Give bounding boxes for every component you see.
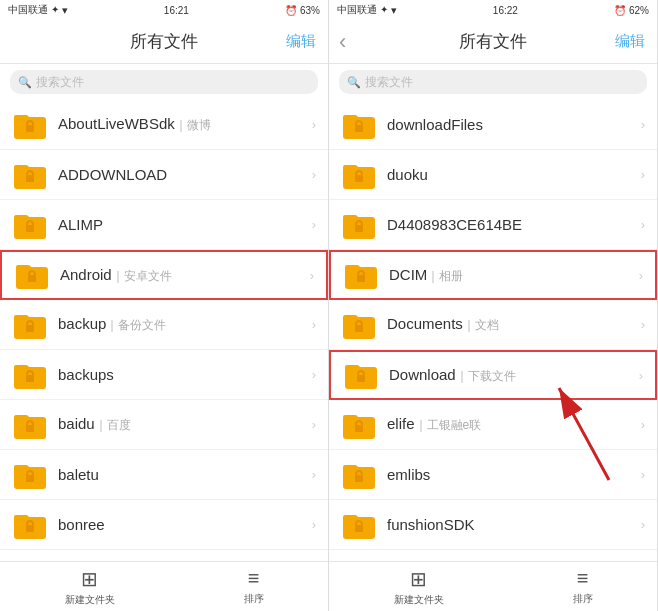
right-file-item[interactable]: duoku› <box>329 150 657 200</box>
folder-icon <box>343 257 379 293</box>
file-sub: ｜备份文件 <box>106 318 166 332</box>
left-new-folder-label: 新建文件夹 <box>65 593 115 607</box>
file-sub: ｜安卓文件 <box>112 269 172 283</box>
left-file-item[interactable]: backups› <box>0 350 328 400</box>
file-name: elife｜工银融e联 <box>387 415 641 434</box>
chevron-right-icon: › <box>641 167 645 182</box>
right-carrier: 中国联通 ✦ <box>337 3 388 17</box>
file-name: funshionSDK <box>387 516 641 533</box>
left-file-item[interactable]: ALIMP› <box>0 200 328 250</box>
left-bottom-bar: ⊞ 新建文件夹 ≡ 排序 <box>0 561 328 611</box>
folder-icon <box>341 157 377 193</box>
right-time: 16:22 <box>493 5 518 16</box>
right-search-placeholder: 搜索文件 <box>365 74 413 91</box>
left-sort-label: 排序 <box>244 592 264 606</box>
right-battery: 62% <box>629 5 649 16</box>
right-file-item[interactable]: D4408983CE614BE› <box>329 200 657 250</box>
svg-rect-9 <box>26 325 34 332</box>
right-new-folder-label: 新建文件夹 <box>394 593 444 607</box>
left-search-wrap[interactable]: 🔍 搜索文件 <box>10 70 318 94</box>
folder-icon <box>341 107 377 143</box>
file-sub: ｜工银融e联 <box>415 418 482 432</box>
left-status-bar: 中国联通 ✦ ▾ 16:21 ⏰ 63% <box>0 0 328 20</box>
file-sub: ｜微博 <box>175 118 211 132</box>
file-name: baidu｜百度 <box>58 415 312 434</box>
right-file-item[interactable]: downloadFiles› <box>329 100 657 150</box>
file-name: duoku <box>387 166 641 183</box>
folder-icon <box>12 407 48 443</box>
svg-rect-39 <box>355 525 363 532</box>
file-name: baletu <box>58 466 312 483</box>
left-new-folder-button[interactable]: ⊞ 新建文件夹 <box>65 567 115 607</box>
right-sort-button[interactable]: ≡ 排序 <box>573 567 593 606</box>
folder-icon <box>341 557 377 562</box>
right-file-item[interactable]: elife｜工银融e联› <box>329 400 657 450</box>
left-file-item[interactable]: bonree› <box>0 500 328 550</box>
svg-rect-33 <box>357 375 365 382</box>
svg-rect-15 <box>26 475 34 482</box>
left-panel: 中国联通 ✦ ▾ 16:21 ⏰ 63% 所有文件 编辑 🔍 搜索文件 Abou… <box>0 0 329 611</box>
right-wifi-icon: ▾ <box>391 4 397 17</box>
right-search-icon: 🔍 <box>347 76 361 89</box>
file-sub: ｜下载文件 <box>456 369 516 383</box>
right-back-button[interactable]: ‹ <box>339 29 346 55</box>
left-wifi-icon: ▾ <box>62 4 68 17</box>
right-new-folder-button[interactable]: ⊞ 新建文件夹 <box>394 567 444 607</box>
folder-icon <box>341 507 377 543</box>
file-name: DCIM｜相册 <box>389 266 639 285</box>
left-file-item[interactable]: bwton› <box>0 550 328 561</box>
left-file-item[interactable]: baletu› <box>0 450 328 500</box>
chevron-right-icon: › <box>639 268 643 283</box>
folder-icon <box>12 107 48 143</box>
right-nav-title: 所有文件 <box>459 30 527 53</box>
chevron-right-icon: › <box>312 217 316 232</box>
svg-rect-29 <box>357 275 365 282</box>
left-search-bar: 🔍 搜索文件 <box>0 64 328 100</box>
file-name: emlibs <box>387 466 641 483</box>
chevron-right-icon: › <box>641 517 645 532</box>
right-status-bar: 中国联通 ✦ ▾ 16:22 ⏰ 62% <box>329 0 657 20</box>
chevron-right-icon: › <box>312 417 316 432</box>
svg-rect-13 <box>26 425 34 432</box>
folder-icon <box>12 557 48 562</box>
left-new-folder-icon: ⊞ <box>81 567 98 591</box>
left-file-item[interactable]: Android｜安卓文件› <box>0 250 328 300</box>
left-nav-bar: 所有文件 编辑 <box>0 20 328 64</box>
right-file-item[interactable]: emlibs› <box>329 450 657 500</box>
right-search-wrap[interactable]: 🔍 搜索文件 <box>339 70 647 94</box>
right-nav-bar: ‹ 所有文件 编辑 <box>329 20 657 64</box>
file-name: ADDOWNLOAD <box>58 166 312 183</box>
chevron-right-icon: › <box>312 367 316 382</box>
right-file-item[interactable]: FaceU｜Faceu激萌› <box>329 550 657 561</box>
left-file-item[interactable]: ADDOWNLOAD› <box>0 150 328 200</box>
right-file-item[interactable]: Documents｜文档› <box>329 300 657 350</box>
left-edit-button[interactable]: 编辑 <box>286 32 316 51</box>
file-name: ALIMP <box>58 216 312 233</box>
right-file-item[interactable]: Download｜下载文件› <box>329 350 657 400</box>
chevron-right-icon: › <box>641 217 645 232</box>
right-file-item[interactable]: funshionSDK› <box>329 500 657 550</box>
folder-icon <box>14 257 50 293</box>
chevron-right-icon: › <box>641 417 645 432</box>
right-edit-button[interactable]: 编辑 <box>615 32 645 51</box>
left-file-item[interactable]: AboutLiveWBSdk｜微博› <box>0 100 328 150</box>
chevron-right-icon: › <box>310 268 314 283</box>
left-alarm-icon: ⏰ <box>285 5 297 16</box>
right-status-right: ⏰ 62% <box>614 5 649 16</box>
svg-rect-37 <box>355 475 363 482</box>
left-file-item[interactable]: baidu｜百度› <box>0 400 328 450</box>
left-file-item[interactable]: backup｜备份文件› <box>0 300 328 350</box>
chevron-right-icon: › <box>312 517 316 532</box>
svg-rect-1 <box>26 125 34 132</box>
file-name: downloadFiles <box>387 116 641 133</box>
svg-rect-31 <box>355 325 363 332</box>
left-file-list: AboutLiveWBSdk｜微博›ADDOWNLOAD›ALIMP›Andro… <box>0 100 328 561</box>
folder-icon <box>341 207 377 243</box>
right-file-item[interactable]: DCIM｜相册› <box>329 250 657 300</box>
file-name: Download｜下载文件 <box>389 366 639 385</box>
chevron-right-icon: › <box>312 117 316 132</box>
left-sort-button[interactable]: ≡ 排序 <box>244 567 264 606</box>
left-nav-title: 所有文件 <box>130 30 198 53</box>
file-name: Documents｜文档 <box>387 315 641 334</box>
file-sub: ｜百度 <box>95 418 131 432</box>
